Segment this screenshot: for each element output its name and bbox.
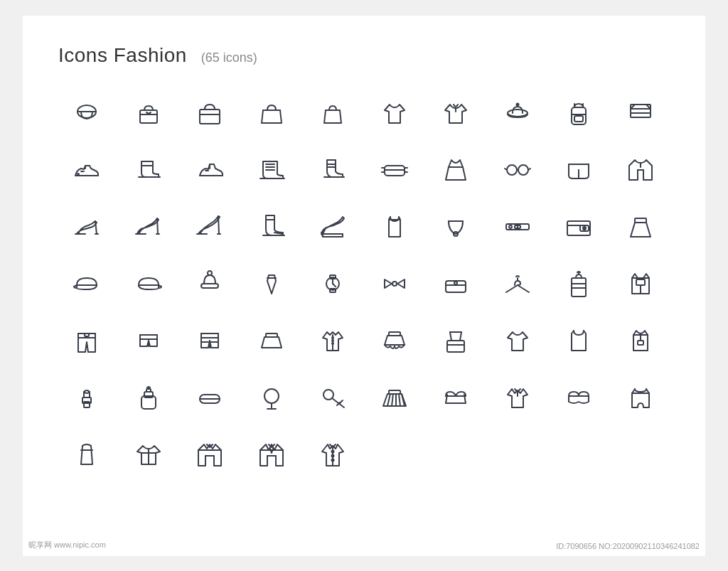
svg-line-135 [387,394,390,406]
icon-handbag-small [120,88,177,138]
icon-tank-top [550,316,607,365]
icon-perfume [120,373,177,422]
icon-casual-shirt [120,429,177,479]
icon-folded-clothes [612,88,669,138]
icon-bikini-top [550,373,607,422]
icon-sneaker-low [58,145,115,195]
icon-polo-collar [489,373,546,422]
icon-lipstick [58,373,115,422]
icon-low-heel [58,202,115,252]
icon-pleated-skirt [366,373,423,422]
icon-mask [366,145,423,195]
icon-backpack [550,88,607,138]
icon-western-boot [243,202,300,252]
icon-ruffled-skirt [366,316,423,365]
icon-tuxedo [243,429,300,479]
icon-suit-jacket [181,429,238,479]
svg-point-107 [332,337,333,338]
icon-laced-boot [243,145,300,195]
svg-point-82 [392,282,397,286]
icon-jacket [612,145,669,195]
icon-empty-4 [550,429,607,479]
svg-line-112 [450,332,451,341]
icon-lingerie [427,373,484,422]
icon-compact [181,373,238,422]
icon-tote-bag [243,88,300,138]
icon-handbag-large [181,88,238,138]
svg-point-85 [454,282,457,284]
svg-point-9 [508,110,528,117]
icon-key [304,373,361,422]
icon-empty-5 [612,429,669,479]
watermark-left: 昵享网 www.nipic.com [28,540,106,550]
icon-overalls [612,259,669,309]
icon-kitten-heel [120,202,177,252]
svg-point-153 [332,450,334,452]
icon-bow-tie [366,259,423,309]
icon-grid [58,88,670,479]
icon-dress [427,145,484,195]
svg-point-108 [332,340,333,341]
icon-boot-low [120,145,177,195]
icon-shopping-bag [304,88,361,138]
icon-mirror [243,373,300,422]
svg-rect-67 [567,221,590,235]
icon-empty-2 [427,429,484,479]
icon-sleeveless-top [366,202,423,252]
svg-rect-96 [85,333,89,336]
icon-helmet [58,88,115,138]
svg-rect-83 [446,281,466,292]
icon-baseball-cap-left [58,259,115,309]
svg-line-131 [332,398,344,407]
icon-baseball-cap-right [120,259,177,309]
icon-tshirt [366,88,423,138]
svg-rect-16 [574,116,583,122]
svg-point-66 [509,225,512,228]
svg-point-11 [516,103,518,105]
svg-line-81 [333,284,336,287]
icon-mini-skirt [243,316,300,365]
svg-line-56 [218,216,219,234]
icon-empty-1 [366,429,423,479]
icon-camisole [58,429,115,479]
icon-sneaker-high [181,145,238,195]
svg-rect-74 [201,284,218,288]
card: Icons Fashion (65 icons) [23,16,705,556]
svg-point-21 [77,174,79,175]
svg-rect-117 [638,341,643,345]
svg-point-40 [518,165,528,175]
svg-point-39 [507,165,517,175]
icon-hanger [489,259,546,309]
icon-bermuda-shorts [181,316,238,365]
icon-skirt-long [612,202,669,252]
svg-point-155 [332,459,334,461]
svg-line-53 [157,218,158,234]
icon-hat [489,88,546,138]
svg-point-127 [264,389,279,403]
icon-formal-shirt [304,316,361,365]
icon-ankle-boot [304,145,361,195]
svg-line-136 [392,394,393,406]
svg-line-138 [399,394,400,406]
title-area: Icons Fashion (65 icons) [58,44,670,67]
svg-line-113 [460,332,461,341]
icon-suspender [427,316,484,365]
icon-count: (65 icons) [201,50,257,65]
svg-point-109 [332,343,333,344]
icon-pants-full [58,316,115,365]
svg-point-154 [332,454,334,457]
icon-vest [612,316,669,365]
page-title: Icons Fashion [58,44,187,67]
icon-necklace [427,202,484,252]
svg-rect-2 [140,110,157,123]
icon-polo-shirt [427,88,484,138]
icon-wallet [550,202,607,252]
icon-belt [489,202,546,252]
icon-shorts-casual [120,316,177,365]
icon-bodysuit [612,373,669,422]
svg-rect-111 [447,341,464,352]
icon-clutch [427,259,484,309]
svg-point-75 [208,271,212,275]
icon-tie [243,259,300,309]
icon-watch [304,259,361,309]
